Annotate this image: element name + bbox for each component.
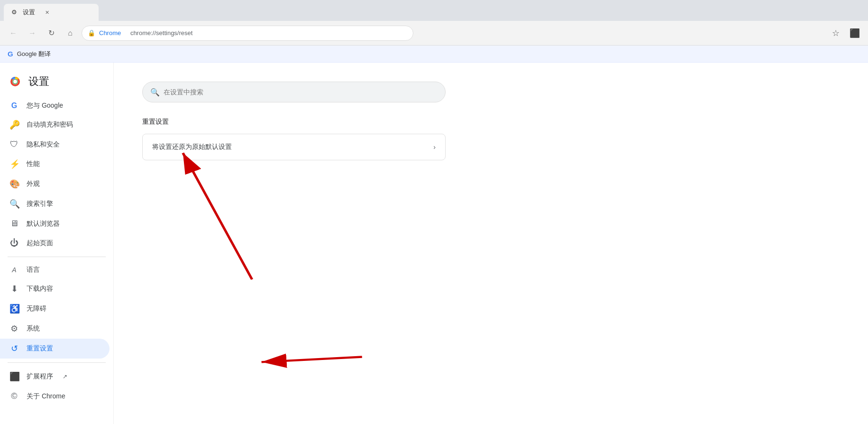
language-icon: A [9,266,19,274]
sidebar-item-google-label: 您与 Google [27,101,63,110]
tab-title: 设置 [23,8,35,17]
search-engine-icon: 🔍 [9,199,19,209]
tab-bar: ⚙ 设置 ✕ [0,0,868,21]
shield-icon: 🛡 [9,139,19,149]
back-button[interactable]: ← [6,26,21,41]
chrome-logo [8,74,23,89]
sidebar-item-reset-label: 重置设置 [27,344,53,353]
sidebar-item-performance[interactable]: ⚡ 性能 [0,154,110,174]
svg-line-8 [262,357,362,362]
sidebar-item-startup[interactable]: ⏻ 起始页面 [0,233,110,253]
browser-icon: 🖥 [9,219,19,229]
google-icon: G [9,101,19,110]
sidebar-item-privacy-label: 隐私和安全 [27,140,60,149]
restore-defaults-label: 将设置还原为原始默认设置 [152,143,232,151]
settings-search-box[interactable]: 🔍 [142,82,446,102]
sidebar-item-privacy[interactable]: 🛡 隐私和安全 [0,135,110,154]
reload-button[interactable]: ↻ [44,26,59,41]
search-icon: 🔍 [150,88,160,97]
startup-icon: ⏻ [9,238,19,248]
omnibox-url-prefix: Chrome [99,29,121,37]
annotation-arrows [114,63,868,424]
key-icon: 🔑 [9,120,19,130]
sidebar-item-downloads-label: 下载内容 [27,285,53,293]
tab-close-button[interactable]: ✕ [43,8,51,17]
sidebar-item-accessibility[interactable]: ♿ 无障碍 [0,299,110,319]
browser-frame: ⚙ 设置 ✕ ← → ↻ ⌂ 🔒 Chrome chrome://setting… [0,0,868,424]
sidebar-item-about-label: 关于 Chrome [27,392,65,401]
sidebar-divider-2 [8,362,106,363]
translate-bar: G Google 翻译 [0,46,868,63]
sidebar-item-extensions-label: 扩展程序 [27,372,53,381]
settings-search-input[interactable] [164,88,438,96]
site-info-icon: 🔒 [88,29,95,37]
chevron-right-icon: › [433,143,436,151]
download-icon: ⬇ [9,284,19,294]
content-area: 设置 G 您与 Google 🔑 自动填充和密码 🛡 隐私和安全 ⚡ 性能 🎨 [0,63,868,424]
reset-settings-card: 将设置还原为原始默认设置 › [142,134,446,160]
sidebar-item-system[interactable]: ⚙ 系统 [0,319,110,339]
sidebar-divider-1 [8,257,106,257]
sidebar-item-google[interactable]: G 您与 Google [0,97,110,115]
home-button[interactable]: ⌂ [63,26,78,41]
reset-icon: ↺ [9,343,19,354]
extensions-side-icon: ⬛ [9,371,19,382]
translate-bar-text: Google 翻译 [17,50,51,58]
about-icon: © [9,391,19,401]
external-link-icon: ↗ [63,373,67,380]
sidebar-item-language-label: 语言 [27,266,40,274]
sidebar-item-language[interactable]: A 语言 [0,261,110,279]
sidebar-item-autofill-label: 自动填充和密码 [27,120,73,129]
main-panel: 🔍 重置设置 将设置还原为原始默认设置 › [114,63,868,424]
tab-favicon: ⚙ [11,9,19,16]
sidebar-item-browser-label: 默认浏览器 [27,220,60,228]
sidebar-item-search[interactable]: 🔍 搜索引擎 [0,194,110,214]
omnibox-url-path: chrome://settings/reset [130,29,193,37]
accessibility-icon: ♿ [9,304,19,314]
sidebar-item-downloads[interactable]: ⬇ 下载内容 [0,279,110,299]
sidebar-item-appearance[interactable]: 🎨 外观 [0,174,110,194]
sidebar-item-performance-label: 性能 [27,160,40,168]
sidebar-item-default-browser[interactable]: 🖥 默认浏览器 [0,214,110,233]
sidebar-item-accessibility-label: 无障碍 [27,304,46,313]
system-icon: ⚙ [9,323,19,334]
address-omnibox[interactable]: 🔒 Chrome chrome://settings/reset [82,26,413,41]
sidebar: 设置 G 您与 Google 🔑 自动填充和密码 🛡 隐私和安全 ⚡ 性能 🎨 [0,63,114,424]
sidebar-item-extensions[interactable]: ⬛ 扩展程序 ↗ [0,367,110,387]
restore-defaults-row[interactable]: 将设置还原为原始默认设置 › [143,134,445,160]
svg-line-7 [183,153,252,280]
sidebar-item-reset[interactable]: ↺ 重置设置 [0,339,110,359]
google-translate-icon: G [8,50,13,58]
sidebar-item-appearance-label: 外观 [27,180,40,188]
omnibox-url-rest [125,29,127,37]
sidebar-title: 设置 [28,74,49,89]
bookmark-button[interactable]: ☆ [828,26,843,41]
address-bar: ← → ↻ ⌂ 🔒 Chrome chrome://settings/reset… [0,21,868,46]
forward-button[interactable]: → [25,26,40,41]
sidebar-item-search-label: 搜索引擎 [27,200,53,208]
reset-section-title: 重置设置 [142,118,840,126]
sidebar-item-about[interactable]: © 关于 Chrome [0,387,110,406]
active-tab[interactable]: ⚙ 设置 ✕ [4,4,99,21]
performance-icon: ⚡ [9,159,19,169]
extensions-button[interactable]: ⬛ [847,26,862,41]
appearance-icon: 🎨 [9,179,19,189]
sidebar-item-system-label: 系统 [27,324,40,333]
sidebar-item-startup-label: 起始页面 [27,239,53,248]
svg-point-4 [13,80,17,83]
sidebar-item-autofill[interactable]: 🔑 自动填充和密码 [0,115,110,135]
sidebar-header: 设置 [0,70,113,97]
